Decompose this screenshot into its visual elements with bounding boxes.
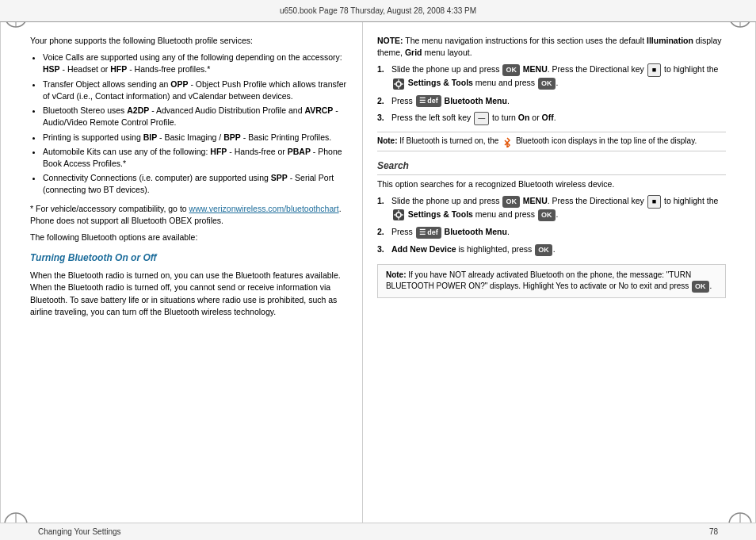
step-content-2-2: Press ☰ def Bluetooth Menu. <box>391 226 726 239</box>
menu-badge: ☰ def <box>416 95 441 107</box>
note-middle-box: Note: If Bluetooth is turned on, the Blu… <box>377 132 726 151</box>
list-item: Voice Calls are supported using any of t… <box>43 52 348 75</box>
dir-key-icon: ■ <box>647 63 661 77</box>
step-content-2: Press ☰ def Bluetooth Menu. <box>391 95 726 108</box>
step-2: 2. Press ☰ def Bluetooth Menu. <box>377 95 726 108</box>
ok-badge-2: OK <box>538 78 556 90</box>
options-text: The following Bluetooth options are avai… <box>30 232 348 243</box>
ok-badge-6: OK <box>692 281 709 293</box>
bottom-bar: Changing Your Settings 78 <box>0 523 756 540</box>
step-1: 1. Slide the phone up and press OK MENU.… <box>377 63 726 90</box>
bottom-bar-right: 78 <box>709 527 718 536</box>
settings-icon <box>392 78 405 90</box>
note-top-text: NOTE: The menu navigation instructions f… <box>377 35 726 59</box>
ok-badge: OK <box>502 64 520 76</box>
top-bar-text: u650.book Page 78 Thursday, August 28, 2… <box>10 6 746 15</box>
settings-icon-2 <box>392 209 405 221</box>
step-num-2: 2. <box>377 95 391 108</box>
step-num-2-1: 1. <box>377 195 391 221</box>
step-content-2-3: Add New Device is highlighted, press OK. <box>391 243 726 256</box>
step-num-2-3: 3. <box>377 243 391 256</box>
ok-badge-4: OK <box>538 209 556 221</box>
step-2-3: 3. Add New Device is highlighted, press … <box>377 243 726 256</box>
bottom-bar-left: Changing Your Settings <box>38 527 121 536</box>
step-num-1: 1. <box>377 63 391 90</box>
note-label-bottom: Note: <box>386 270 407 279</box>
steps-list-2: 1. Slide the phone up and press OK MENU.… <box>377 195 726 256</box>
dir-key-icon-2: ■ <box>647 195 661 209</box>
top-bar: u650.book Page 78 Thursday, August 28, 2… <box>0 0 756 22</box>
note-bottom-box: Note: If you have NOT already activated … <box>377 264 726 299</box>
step-content-2-1: Slide the phone up and press OK MENU. Pr… <box>391 195 726 221</box>
list-item: Connectivity Connections (i.e. computer)… <box>43 172 348 196</box>
list-item: Automobile Kits can use any of the follo… <box>43 146 348 170</box>
footnote-text: * For vehicle/accessory compatibility, g… <box>30 203 348 227</box>
bluetooth-icon <box>502 136 513 147</box>
section-heading-bluetooth: Turning Bluetooth On or Off <box>30 251 348 265</box>
note-label-middle: Note: <box>377 136 398 145</box>
search-heading: Search <box>377 159 726 175</box>
ok-badge-5: OK <box>535 244 552 256</box>
step-2-1: 1. Slide the phone up and press OK MENU.… <box>377 195 726 221</box>
bullet-list: Voice Calls are supported using any of t… <box>30 52 348 196</box>
section-body-text: When the Bluetooth radio is turned on, y… <box>30 270 348 318</box>
list-item: Transfer Object allows sending an OPP - … <box>43 79 348 102</box>
steps-list-1: 1. Slide the phone up and press OK MENU.… <box>377 63 726 125</box>
search-body-text: This option searches for a recognized Bl… <box>377 178 726 190</box>
step-num-3: 3. <box>377 112 391 125</box>
right-column: NOTE: The menu navigation instructions f… <box>363 22 756 540</box>
ok-badge-3: OK <box>502 196 520 208</box>
list-item: Printing is supported using BIP - Basic … <box>43 132 348 144</box>
menu-badge-2: ☰ def <box>416 227 441 239</box>
step-2-2: 2. Press ☰ def Bluetooth Menu. <box>377 226 726 239</box>
step-content-1: Slide the phone up and press OK MENU. Pr… <box>391 63 726 90</box>
content-area: Your phone supports the following Blueto… <box>0 22 756 540</box>
step-3: 3. Press the left soft key — to turn On … <box>377 112 726 125</box>
left-column: Your phone supports the following Blueto… <box>0 22 363 540</box>
left-soft-key: — <box>474 112 489 125</box>
url-link: www.verizonwireless.com/bluetoothchart <box>189 204 339 213</box>
list-item: Bluetooth Stereo uses A2DP - Advanced Au… <box>43 105 348 128</box>
intro-text: Your phone supports the following Blueto… <box>30 35 348 47</box>
step-num-2-2: 2. <box>377 226 391 239</box>
step-content-3: Press the left soft key — to turn On or … <box>391 112 726 125</box>
